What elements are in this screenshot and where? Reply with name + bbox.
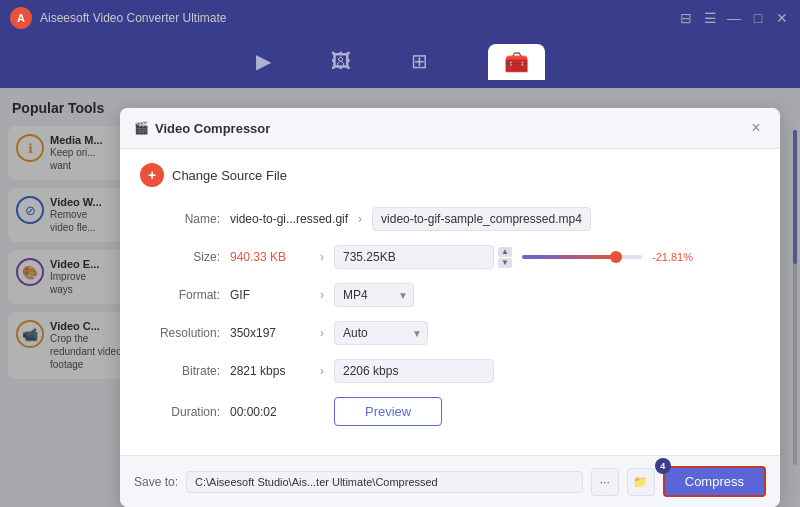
- preview-button[interactable]: Preview: [334, 397, 442, 426]
- size-arrow: ›: [320, 250, 324, 264]
- size-input-group: 735.25KB ▲ ▼: [334, 245, 512, 269]
- change-source-label: Change Source File: [172, 168, 287, 183]
- format-label: Format:: [140, 288, 230, 302]
- size-source-value: 940.33 KB: [230, 250, 310, 264]
- close-button[interactable]: ✕: [774, 10, 790, 26]
- minimize-button[interactable]: —: [726, 10, 742, 26]
- size-output-field[interactable]: 735.25KB: [334, 245, 494, 269]
- size-slider-thumb[interactable]: [610, 251, 622, 263]
- toolbox-icon: 🧰: [504, 50, 529, 74]
- bitrate-arrow: ›: [320, 364, 324, 378]
- nav-converter[interactable]: ▶: [256, 49, 271, 75]
- name-source-value: video-to-gi...ressed.gif: [230, 212, 348, 226]
- format-select[interactable]: MP4 MKV AVI: [334, 283, 414, 307]
- modal-body: + Change Source File Name: video-to-gi..…: [120, 149, 780, 454]
- duration-row: Duration: 00:00:02 › Preview: [140, 397, 760, 426]
- bitrate-source-value: 2821 kbps: [230, 364, 310, 378]
- compress-badge: 4: [655, 458, 671, 474]
- bitrate-label: Bitrate:: [140, 364, 230, 378]
- bitrate-output-field[interactable]: 2206 kbps: [334, 359, 494, 383]
- size-increment[interactable]: ▲: [498, 247, 512, 257]
- compress-btn-wrapper: 4 Compress: [663, 466, 766, 497]
- name-output-field[interactable]: video-to-gif-sample_compressed.mp4: [372, 207, 591, 231]
- duration-value: 00:00:02: [230, 405, 310, 419]
- resolution-select[interactable]: Auto 1920x1080 1280x720: [334, 321, 428, 345]
- chat-icon[interactable]: ⊟: [678, 10, 694, 26]
- window-controls: ⊟ ☰ — □ ✕: [678, 10, 790, 26]
- add-icon: +: [140, 163, 164, 187]
- folder-icon: 📁: [633, 475, 648, 489]
- compress-button[interactable]: Compress: [663, 466, 766, 497]
- resolution-arrow: ›: [320, 326, 324, 340]
- format-select-wrapper: MP4 MKV AVI ▼: [334, 283, 414, 307]
- save-to-label: Save to:: [134, 475, 178, 489]
- resolution-select-wrapper: Auto 1920x1080 1280x720 ▼: [334, 321, 428, 345]
- modal-title: 🎬 Video Compressor: [134, 121, 270, 136]
- bitrate-row: Bitrate: 2821 kbps › 2206 kbps: [140, 359, 760, 383]
- size-label: Size:: [140, 250, 230, 264]
- size-decrement[interactable]: ▼: [498, 258, 512, 268]
- nav-compress[interactable]: ⊞: [411, 49, 428, 75]
- size-stepper[interactable]: ▲ ▼: [498, 247, 512, 268]
- converter-icon: ▶: [256, 49, 271, 73]
- folder-button[interactable]: 📁: [627, 468, 655, 496]
- compress-icon: ⊞: [411, 49, 428, 73]
- resolution-row: Resolution: 350x197 › Auto 1920x1080 128…: [140, 321, 760, 345]
- titlebar: A Aiseesoft Video Converter Ultimate ⊟ ☰…: [0, 0, 800, 36]
- editor-icon: 🖼: [331, 50, 351, 73]
- menu-icon[interactable]: ☰: [702, 10, 718, 26]
- video-compressor-modal: 🎬 Video Compressor × + Change Source Fil…: [120, 108, 780, 507]
- modal-close-button[interactable]: ×: [746, 118, 766, 138]
- navbar: ▶ 🖼 ⊞ 🧰: [0, 36, 800, 88]
- format-arrow: ›: [320, 288, 324, 302]
- modal-header: 🎬 Video Compressor ×: [120, 108, 780, 149]
- size-percentage: -21.81%: [652, 251, 693, 263]
- name-arrow: ›: [358, 212, 362, 226]
- save-to-path[interactable]: C:\Aiseesoft Studio\Ais...ter Ultimate\C…: [186, 471, 583, 493]
- nav-editor[interactable]: 🖼: [331, 50, 351, 75]
- format-source-value: GIF: [230, 288, 310, 302]
- change-source-button[interactable]: + Change Source File: [140, 163, 760, 187]
- nav-toolbox[interactable]: 🧰: [488, 44, 545, 80]
- size-slider-container: -21.81%: [522, 251, 760, 263]
- name-label: Name:: [140, 212, 230, 226]
- resolution-label: Resolution:: [140, 326, 230, 340]
- resolution-source-value: 350x197: [230, 326, 310, 340]
- modal-footer: Save to: C:\Aiseesoft Studio\Ais...ter U…: [120, 455, 780, 507]
- maximize-button[interactable]: □: [750, 10, 766, 26]
- main-content: Popular Tools ℹ Media M... Keep ori...wa…: [0, 88, 800, 507]
- size-slider-fill: [522, 255, 616, 259]
- duration-label: Duration:: [140, 405, 230, 419]
- size-slider-track[interactable]: [522, 255, 642, 259]
- size-row: Size: 940.33 KB › 735.25KB ▲ ▼ -21.81%: [140, 245, 760, 269]
- compressor-icon: 🎬: [134, 121, 149, 135]
- name-row: Name: video-to-gi...ressed.gif › video-t…: [140, 207, 760, 231]
- more-options-button[interactable]: ···: [591, 468, 619, 496]
- app-title: Aiseesoft Video Converter Ultimate: [40, 11, 678, 25]
- app-logo: A: [10, 7, 32, 29]
- format-row: Format: GIF › MP4 MKV AVI ▼: [140, 283, 760, 307]
